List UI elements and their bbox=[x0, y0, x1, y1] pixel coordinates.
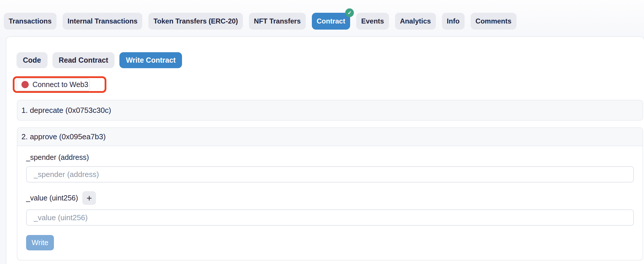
value-input[interactable] bbox=[26, 209, 634, 226]
value-field-label-row: _value (uint256) + bbox=[26, 191, 634, 205]
verified-check-icon: ✓ bbox=[345, 8, 354, 17]
approve-form: _spender (address) _value (uint256) + Wr… bbox=[17, 146, 643, 250]
page: Transactions Internal Transactions Token… bbox=[0, 0, 644, 264]
function-title-deprecate: 1. deprecate (0x0753c30c) bbox=[21, 106, 111, 115]
tab-contract-label: Contract bbox=[317, 17, 345, 25]
contract-subtabs: Code Read Contract Write Contract bbox=[17, 52, 644, 68]
write-button[interactable]: Write bbox=[26, 235, 54, 250]
annotation-highlight-box: Connect to Web3 bbox=[13, 76, 106, 93]
subtab-code[interactable]: Code bbox=[17, 52, 48, 68]
tab-events[interactable]: Events bbox=[356, 13, 389, 30]
tab-comments[interactable]: Comments bbox=[471, 13, 516, 30]
tab-bar: Transactions Internal Transactions Token… bbox=[4, 13, 516, 30]
subtab-write-contract[interactable]: Write Contract bbox=[119, 52, 182, 68]
wallet-status-icon bbox=[21, 81, 29, 88]
tab-token-transfers[interactable]: Token Transfers (ERC-20) bbox=[148, 13, 243, 30]
tab-info[interactable]: Info bbox=[442, 13, 465, 30]
contract-panel: Code Read Contract Write Contract Connec… bbox=[6, 36, 644, 264]
subtab-read-contract[interactable]: Read Contract bbox=[52, 52, 115, 68]
function-title-approve: 2. approve (0x095ea7b3) bbox=[21, 132, 106, 141]
value-field-label: _value (uint256) bbox=[26, 194, 78, 202]
connect-to-web3-label: Connect to Web3 bbox=[32, 80, 88, 89]
tab-analytics[interactable]: Analytics bbox=[395, 13, 436, 30]
function-accordion-approve-header[interactable]: 2. approve (0x095ea7b3) bbox=[17, 128, 643, 146]
tab-transactions[interactable]: Transactions bbox=[4, 13, 57, 30]
tab-nft-transfers[interactable]: NFT Transfers bbox=[249, 13, 305, 30]
add-value-button[interactable]: + bbox=[82, 191, 96, 205]
connect-to-web3-button[interactable]: Connect to Web3 bbox=[17, 78, 90, 91]
tab-internal-transactions[interactable]: Internal Transactions bbox=[63, 13, 142, 30]
function-accordion-approve: 2. approve (0x095ea7b3) _spender (addres… bbox=[17, 127, 643, 261]
spender-input[interactable] bbox=[26, 166, 634, 182]
tab-contract[interactable]: Contract ✓ bbox=[312, 13, 350, 30]
function-accordion-deprecate[interactable]: 1. deprecate (0x0753c30c) bbox=[17, 100, 643, 121]
spender-field-label: _spender (address) bbox=[26, 153, 634, 162]
